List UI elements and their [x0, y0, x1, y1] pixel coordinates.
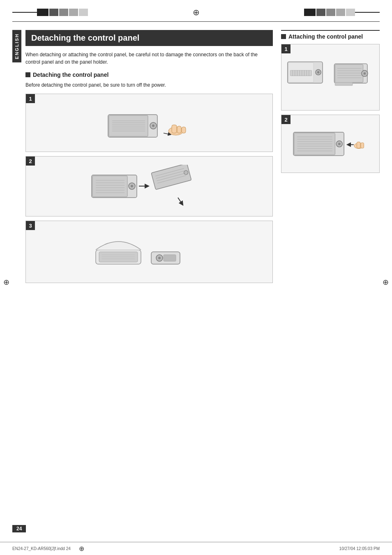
intro-text: When detaching or attaching the control …: [25, 51, 273, 66]
left-marks-bar: [37, 9, 88, 16]
left-crosshair: ⊕: [3, 278, 9, 287]
attach-heading-icon: [281, 34, 286, 39]
svg-rect-53: [335, 64, 363, 83]
svg-rect-15: [92, 176, 127, 197]
svg-point-55: [364, 72, 366, 75]
attach-heading: Attaching the control panel: [288, 33, 363, 40]
top-line-left: [12, 12, 37, 13]
footer-left-text: EN24-27_KD-AR560[J]f.indd 24: [12, 546, 71, 551]
detach-heading-icon: [25, 72, 30, 77]
svg-rect-31: [99, 252, 138, 262]
right-column: Attaching the control panel 1: [273, 30, 380, 287]
detach-step-2: 2: [25, 156, 273, 216]
top-registration-marks: ⊕: [0, 0, 392, 21]
svg-rect-1: [109, 115, 148, 136]
detach-step-3-svg: [88, 229, 211, 279]
attach-step-1-number: 1: [281, 44, 291, 53]
center-crosshair: ⊕: [191, 7, 201, 17]
detach-step-1: 1: [25, 94, 273, 152]
attach-section-header: Attaching the control panel: [281, 30, 380, 40]
page-number: 24: [12, 525, 26, 532]
svg-point-3: [152, 124, 154, 127]
detach-step-2-image: [26, 157, 272, 216]
page-content: ENGLISH Detaching the control panel When…: [0, 22, 392, 287]
svg-rect-13: [182, 127, 186, 133]
svg-rect-75: [361, 143, 364, 148]
main-title-block: Detaching the control panel: [25, 30, 273, 46]
svg-rect-74: [357, 142, 360, 148]
attach-step-1-svg: [286, 53, 375, 106]
left-marks-group: [12, 9, 88, 16]
language-label: ENGLISH: [12, 30, 21, 62]
svg-rect-61: [335, 83, 353, 86]
attach-step-2-number: 2: [281, 115, 291, 124]
svg-rect-43: [290, 70, 311, 76]
bottom-footer: EN24-27_KD-AR560[J]f.indd 24 ⊕ 10/27/04 …: [0, 542, 392, 555]
right-marks-bar: [304, 9, 355, 16]
detach-step-1-svg: [100, 102, 198, 147]
svg-rect-12: [177, 126, 181, 133]
detach-text: Before detaching the control panel, be s…: [25, 81, 273, 89]
detach-step-3-number: 3: [26, 221, 35, 230]
svg-rect-38: [164, 255, 176, 261]
footer-left-group: EN24-27_KD-AR560[J]f.indd 24 ⊕: [12, 545, 84, 553]
detach-step-3: 3: [25, 221, 273, 283]
right-crosshair: ⊕: [383, 278, 389, 287]
right-marks-group: [304, 9, 380, 16]
detach-step-1-image: [26, 94, 272, 152]
left-column: Detaching the control panel When detachi…: [21, 30, 273, 287]
top-line-right: [355, 12, 380, 13]
detach-step-3-image: [26, 221, 272, 283]
svg-point-65: [338, 143, 341, 145]
detach-heading: Detaching the control panel: [33, 71, 108, 78]
footer-center-crosshair: ⊕: [79, 545, 84, 553]
attach-step-2: 2: [281, 115, 380, 173]
footer-right-text: 10/27/04 12:05:03 PM: [339, 546, 380, 551]
svg-rect-24: [151, 165, 191, 190]
svg-rect-11: [172, 125, 177, 133]
detach-step-1-number: 1: [26, 94, 35, 103]
svg-point-17: [131, 185, 133, 187]
main-title: Detaching the control panel: [31, 33, 267, 43]
detach-step-2-number: 2: [26, 157, 35, 166]
attach-step-2-image: [281, 115, 379, 173]
detach-step-2-svg: [88, 165, 211, 212]
detach-section-header: Detaching the control panel: [25, 71, 273, 78]
attach-step-1: 1: [281, 44, 380, 111]
attach-step-1-image: [281, 44, 379, 110]
attach-step-2-svg: [286, 123, 375, 168]
svg-point-37: [158, 257, 161, 259]
svg-point-42: [317, 71, 320, 74]
